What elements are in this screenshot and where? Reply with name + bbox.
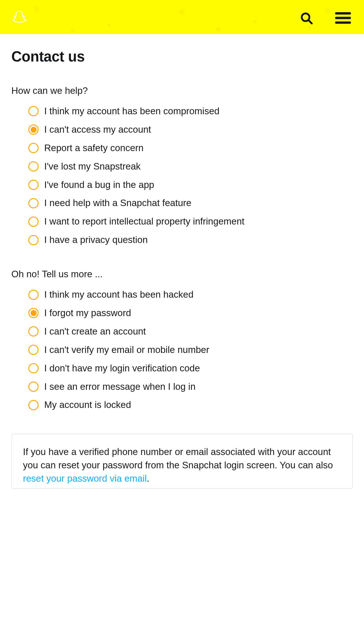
question1-option[interactable]: I need help with a Snapchat feature — [28, 197, 353, 209]
reset-password-link[interactable]: reset your password via email — [23, 473, 147, 484]
info-text-after: . — [147, 473, 149, 484]
question1-option[interactable]: I have a privacy question — [28, 234, 353, 246]
radio-circle-icon — [28, 217, 39, 227]
radio-label: I can't access my account — [44, 124, 151, 136]
radio-label: I need help with a Snapchat feature — [44, 197, 191, 209]
info-text: If you have a verified phone number or e… — [23, 445, 341, 485]
question1-option[interactable]: I think my account has been compromised — [28, 105, 353, 117]
question2-option[interactable]: I can't create an account — [28, 325, 353, 338]
question2-option[interactable]: I see an error message when I log in — [28, 381, 353, 393]
radio-circle-icon — [28, 345, 39, 355]
main-content: Contact us How can we help? I think my a… — [0, 34, 364, 488]
radio-label: I can't verify my email or mobile number — [44, 344, 209, 356]
question1-group: I think my account has been compromisedI… — [11, 105, 353, 246]
question2-label: Oh no! Tell us more ... — [11, 269, 353, 280]
radio-circle-icon — [28, 143, 39, 153]
search-button[interactable] — [297, 9, 316, 28]
top-strip — [0, 0, 364, 3]
radio-label: My account is locked — [44, 399, 131, 411]
question1-option[interactable]: I've found a bug in the app — [28, 179, 353, 191]
radio-label: Report a safety concern — [44, 142, 143, 154]
radio-circle-icon — [28, 326, 39, 337]
svg-rect-4 — [335, 21, 351, 24]
radio-circle-icon — [28, 235, 39, 245]
search-icon — [299, 11, 314, 26]
radio-circle-icon — [28, 180, 39, 190]
radio-circle-icon — [28, 400, 39, 410]
svg-rect-2 — [335, 12, 351, 14]
info-text-before: If you have a verified phone number or e… — [23, 446, 333, 470]
header-actions — [297, 9, 353, 28]
menu-button[interactable] — [333, 10, 353, 27]
svg-rect-3 — [335, 17, 351, 19]
radio-circle-icon — [28, 363, 39, 373]
logo-link[interactable] — [11, 10, 28, 27]
question1-option[interactable]: I've lost my Snapstreak — [28, 160, 353, 173]
svg-line-1 — [309, 20, 312, 23]
header — [0, 3, 364, 34]
radio-label: I've found a bug in the app — [44, 179, 154, 191]
radio-label: I forgot my password — [44, 307, 131, 319]
radio-circle-icon — [28, 198, 39, 208]
radio-label: I can't create an account — [44, 325, 146, 338]
page-title: Contact us — [11, 48, 353, 65]
question2-option[interactable]: My account is locked — [28, 399, 353, 411]
radio-circle-icon — [28, 308, 39, 318]
radio-label: I want to report intellectual property i… — [44, 215, 244, 228]
radio-circle-icon — [28, 124, 39, 135]
question1-option[interactable]: I want to report intellectual property i… — [28, 215, 353, 228]
info-box: If you have a verified phone number or e… — [11, 434, 353, 488]
radio-circle-icon — [28, 382, 39, 392]
menu-icon — [335, 12, 351, 25]
radio-label: I think my account has been compromised — [44, 105, 219, 117]
radio-label: I don't have my login verification code — [44, 362, 200, 374]
radio-label: I've lost my Snapstreak — [44, 160, 141, 173]
question1-label: How can we help? — [11, 85, 353, 96]
question2-option[interactable]: I forgot my password — [28, 307, 353, 319]
question2-option[interactable]: I think my account has been hacked — [28, 289, 353, 301]
radio-circle-icon — [28, 290, 39, 300]
radio-circle-icon — [28, 106, 39, 116]
question2-option[interactable]: I don't have my login verification code — [28, 362, 353, 374]
question2-option[interactable]: I can't verify my email or mobile number — [28, 344, 353, 356]
radio-circle-icon — [28, 161, 39, 172]
radio-label: I see an error message when I log in — [44, 381, 196, 393]
snapchat-ghost-icon — [11, 10, 28, 27]
question1-option[interactable]: Report a safety concern — [28, 142, 353, 154]
radio-label: I think my account has been hacked — [44, 289, 194, 301]
radio-label: I have a privacy question — [44, 234, 148, 246]
question1-option[interactable]: I can't access my account — [28, 124, 353, 136]
question2-group: I think my account has been hackedI forg… — [11, 289, 353, 411]
